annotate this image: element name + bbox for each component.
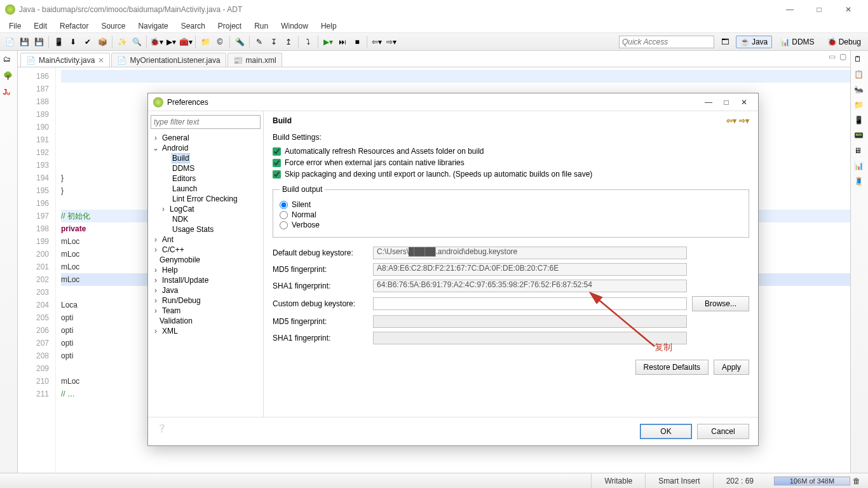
perspective-debug[interactable]: 🐞 Debug (823, 36, 865, 48)
dialog-maximize-button[interactable]: □ (717, 95, 735, 110)
heap-meter[interactable]: 106M of 348M (774, 477, 850, 485)
open-type-icon[interactable]: 🔍 (130, 35, 144, 49)
menu-search[interactable]: Search (175, 20, 212, 32)
apply-button[interactable]: Apply (714, 360, 749, 375)
new-project-icon[interactable]: 📦 (95, 35, 109, 49)
hierarchy-icon[interactable]: 🌳 (3, 71, 15, 83)
perspective-java[interactable]: ☕ Java (736, 36, 772, 48)
trash-icon[interactable]: 🗑 (853, 477, 863, 485)
tree-usage[interactable]: Usage Stats (151, 224, 261, 234)
tree-android[interactable]: ⌄Android (151, 143, 261, 153)
tree-editors[interactable]: Editors (151, 173, 261, 184)
skip-icon[interactable]: ⏭ (336, 35, 349, 49)
nav-back-icon[interactable]: ⇦▾ (726, 116, 736, 125)
perspective-ddms[interactable]: 📊 DDMS (776, 36, 818, 48)
ant-view-icon[interactable]: 🐜 (854, 85, 865, 97)
menu-window[interactable]: Window (275, 20, 315, 32)
re-run-icon[interactable]: ▶▾ (321, 35, 335, 49)
toggle-mark-icon[interactable]: ✎ (252, 35, 266, 49)
tree-genymobile[interactable]: Genymobile (151, 255, 261, 265)
filter-input[interactable] (151, 115, 261, 129)
menu-project[interactable]: Project (212, 20, 248, 32)
open-perspective-icon[interactable]: 🗔 (718, 35, 732, 49)
dialog-close-button[interactable]: ✕ (735, 95, 753, 110)
menu-run[interactable]: Run (248, 20, 275, 32)
radio-normal[interactable]: Normal (280, 210, 742, 219)
menu-source[interactable]: Source (95, 20, 132, 32)
tasks-icon[interactable]: 📋 (854, 70, 865, 81)
tab-myorientation[interactable]: 📄 MyOrientationListener.java (111, 53, 226, 67)
preferences-tree[interactable]: ›General ⌄Android Build DDMS Editors Lau… (148, 111, 264, 417)
dialog-minimize-button[interactable]: — (700, 95, 717, 110)
devices-icon[interactable]: 📱 (854, 116, 865, 127)
ext-tools-icon[interactable]: 🧰▾ (179, 35, 193, 49)
tree-launch[interactable]: Launch (151, 184, 261, 194)
restore-defaults-button[interactable]: Restore Defaults (635, 360, 709, 375)
menu-navigate[interactable]: Navigate (132, 20, 174, 32)
stop-icon[interactable]: ■ (350, 35, 364, 49)
menu-help[interactable]: Help (315, 20, 343, 32)
ok-button[interactable]: OK (640, 424, 692, 439)
heap-icon[interactable]: 📊 (854, 161, 865, 173)
tree-install[interactable]: ›Install/Update (151, 275, 261, 285)
threads-icon[interactable]: 🧵 (854, 177, 865, 188)
prev-annotation-icon[interactable]: ↥ (281, 35, 295, 49)
radio-verbose[interactable]: Verbose (280, 220, 742, 229)
tree-logcat[interactable]: ›LogCat (151, 204, 261, 214)
back-icon[interactable]: ⇦▾ (370, 35, 384, 49)
step-icon[interactable]: ⤵ (301, 35, 315, 49)
lint-icon[interactable]: ✔ (81, 35, 95, 49)
tree-ant[interactable]: ›Ant (151, 234, 261, 245)
debug-icon[interactable]: 🐞▾ (149, 35, 163, 49)
run-icon[interactable]: ▶▾ (164, 35, 178, 49)
custom-keystore-input[interactable] (373, 297, 687, 310)
minimize-button[interactable]: — (775, 0, 804, 19)
package-explorer-icon[interactable]: 🗂 (3, 55, 15, 66)
outline-icon[interactable]: 🗒 (854, 55, 865, 66)
save-icon[interactable]: 💾 (17, 35, 31, 49)
emulator-icon[interactable]: 🖥 (854, 146, 865, 158)
avd-icon[interactable]: 📱 (51, 35, 65, 49)
tree-ndk[interactable]: NDK (151, 214, 261, 224)
cancel-button[interactable]: Cancel (697, 424, 749, 439)
tree-team[interactable]: ›Team (151, 306, 261, 316)
browse-button[interactable]: Browse... (692, 296, 749, 311)
save-all-icon[interactable]: 💾 (32, 35, 46, 49)
tree-general[interactable]: ›General (151, 133, 261, 143)
tree-lint[interactable]: Lint Error Checking (151, 194, 261, 204)
file-explorer-icon[interactable]: 📁 (854, 100, 865, 112)
new-icon[interactable]: 📄 (3, 35, 17, 49)
tree-rundebug[interactable]: ›Run/Debug (151, 295, 261, 306)
tree-validation[interactable]: Validation (151, 316, 261, 326)
chk-auto-refresh[interactable]: Automatically refresh Resources and Asse… (273, 147, 749, 156)
nav-fwd-icon[interactable]: ⇨▾ (739, 116, 749, 125)
tree-xml[interactable]: ›XML (151, 326, 261, 336)
tree-ddms[interactable]: DDMS (151, 163, 261, 173)
new-package-icon[interactable]: 📁 (198, 35, 212, 49)
new-class-icon[interactable]: © (213, 35, 227, 49)
close-icon[interactable]: ✕ (98, 56, 104, 65)
close-button[interactable]: ✕ (834, 0, 863, 19)
help-icon[interactable]: ❔ (157, 424, 166, 439)
tab-mainxml[interactable]: 📰 main.xml (227, 53, 282, 67)
tree-cpp[interactable]: ›C/C++ (151, 245, 261, 255)
tree-java[interactable]: ›Java (151, 285, 261, 295)
radio-silent[interactable]: Silent (280, 200, 742, 209)
minimize-view-icon[interactable]: ▭ (829, 52, 836, 61)
search-icon[interactable]: 🔦 (233, 35, 247, 49)
chk-skip-packaging[interactable]: Skip packaging and dexing until export o… (273, 170, 749, 179)
next-annotation-icon[interactable]: ↧ (267, 35, 281, 49)
junit-icon[interactable]: Jᵤ (3, 88, 15, 99)
maximize-view-icon[interactable]: ▢ (839, 52, 846, 61)
logcat-icon[interactable]: 📟 (854, 131, 865, 142)
tree-help[interactable]: ›Help (151, 265, 261, 275)
forward-icon[interactable]: ⇨▾ (384, 35, 398, 49)
menu-file[interactable]: File (3, 20, 27, 32)
sdk-icon[interactable]: ⬇ (66, 35, 80, 49)
menu-edit[interactable]: Edit (27, 20, 53, 32)
maximize-button[interactable]: □ (804, 0, 834, 19)
quick-access-input[interactable] (619, 36, 714, 48)
menu-refactor[interactable]: Refactor (53, 20, 95, 32)
tab-mainactivity[interactable]: 📄 MainActivity.java ✕ (20, 53, 110, 67)
tree-build[interactable]: Build (151, 153, 261, 163)
